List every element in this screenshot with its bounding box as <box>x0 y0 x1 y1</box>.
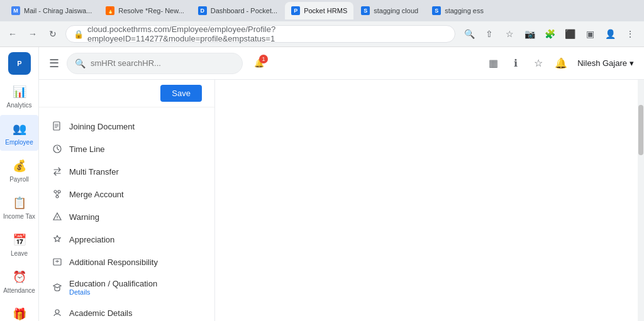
sidebar-item-payroll[interactable]: 💰 Payroll <box>0 152 38 188</box>
joining-document-icon <box>52 121 63 132</box>
tab-dashboard[interactable]: D Dashboard - Pocket... <box>192 2 284 19</box>
menu-item-education-qualification[interactable]: Education / Qualification Details <box>39 273 214 302</box>
benefit-icon: 🎁 <box>11 305 28 321</box>
save-bar: Save <box>39 80 214 107</box>
appreciation-icon <box>52 234 63 245</box>
tab-resolve[interactable]: 🔥 Resolve *Reg- New... <box>99 2 191 19</box>
search-icon: 🔍 <box>75 58 86 68</box>
leave-icon: 📅 <box>11 231 28 249</box>
header-icons: ▦ ℹ ☆ 🔔 <box>484 55 570 72</box>
svg-point-7 <box>54 190 57 193</box>
extensions-icon[interactable]: 🧩 <box>541 25 558 43</box>
page-wrapper: ☰ 🔍 🔔 1 ▦ ℹ ☆ 🔔 Nilesh Gajare ▾ <box>39 47 644 321</box>
sidebar-item-employee[interactable]: 👥 Employee <box>0 115 38 151</box>
multi-transfer-text: Multi Transfer <box>69 167 202 177</box>
user-name-text: Nilesh Gajare <box>577 58 627 68</box>
sidebar-item-analytics[interactable]: 📊 Analytics <box>0 78 38 114</box>
time-line-text: Time Line <box>69 144 202 154</box>
scrollbar[interactable] <box>638 80 644 321</box>
share-icon[interactable]: ⇧ <box>480 25 498 43</box>
address-text: cloud.pockethrms.com/Employee/employee/P… <box>87 24 447 43</box>
tab-label-stagging-cloud: stagging cloud <box>374 7 418 14</box>
svg-point-8 <box>58 190 60 193</box>
grid-icon[interactable]: ▦ <box>484 55 502 72</box>
multi-transfer-icon <box>52 166 63 177</box>
sidebar-item-leave[interactable]: 📅 Leave <box>0 226 38 262</box>
right-panel <box>215 80 638 321</box>
education-subtext: Details <box>69 288 202 296</box>
academic-details-text: Academic Details <box>69 308 202 318</box>
cast-icon[interactable]: ⬛ <box>561 25 579 43</box>
menu-item-warning[interactable]: Warning <box>39 205 214 228</box>
svg-point-17 <box>55 310 59 313</box>
browser-toolbar: ← → ↻ 🔒 cloud.pockethrms.com/Employee/em… <box>0 21 644 46</box>
additional-responsibility-text: Additional Responsibility <box>69 258 202 267</box>
save-button[interactable]: Save <box>160 85 202 102</box>
reload-button[interactable]: ↻ <box>45 26 60 41</box>
sidebar-panel-icon[interactable]: ▣ <box>581 25 599 43</box>
star-icon[interactable]: ☆ <box>530 55 547 72</box>
app-header: ☰ 🔍 🔔 1 ▦ ℹ ☆ 🔔 Nilesh Gajare ▾ <box>39 47 644 80</box>
svg-line-11 <box>57 193 59 195</box>
attendance-icon: ⏰ <box>11 268 28 286</box>
search-input[interactable] <box>91 58 235 68</box>
joining-document-text: Joining Document <box>69 122 202 131</box>
alerts-icon[interactable]: 🔔 <box>552 55 570 72</box>
appreciation-text: Appreciation <box>69 235 202 244</box>
notification-button[interactable]: 🔔 1 <box>250 55 268 72</box>
tab-pocket[interactable]: P Pocket HRMS <box>285 2 353 19</box>
hamburger-button[interactable]: ☰ <box>49 57 59 70</box>
tab-label-dashboard: Dashboard - Pocket... <box>211 7 277 14</box>
profile-icon[interactable]: 👤 <box>601 25 619 43</box>
info-icon[interactable]: ℹ <box>507 55 525 72</box>
tab-icon-resolve: 🔥 <box>106 6 114 15</box>
svg-point-13 <box>57 219 58 219</box>
education-qualification-icon <box>52 282 63 293</box>
tab-stagging-ess[interactable]: S stagging ess <box>426 2 490 19</box>
browser-chrome: M Mail - Chirag Jaiswa... 🔥 Resolve *Reg… <box>0 0 644 47</box>
time-line-icon <box>52 143 63 155</box>
tab-icon-stagging-cloud: S <box>361 6 370 15</box>
forward-button[interactable]: → <box>25 26 40 41</box>
left-nav: P 📊 Analytics 👥 Employee 💰 Payroll 📋 Inc… <box>0 47 39 321</box>
tab-icon-dashboard: D <box>198 6 207 15</box>
payroll-icon: 💰 <box>11 157 28 175</box>
merge-account-icon <box>52 188 63 200</box>
camera-icon[interactable]: 📷 <box>521 25 538 43</box>
menu-item-additional-responsibility[interactable]: Additional Responsibility <box>39 251 214 273</box>
menu-item-multi-transfer[interactable]: Multi Transfer <box>39 160 214 183</box>
chevron-down-icon: ▾ <box>630 58 634 68</box>
tab-stagging-cloud[interactable]: S stagging cloud <box>355 2 425 19</box>
browser-action-icons: 🔍 ⇧ ☆ 📷 🧩 ⬛ ▣ 👤 ⋮ <box>460 25 639 43</box>
scroll-thumb[interactable] <box>638 105 643 155</box>
income-tax-icon: 📋 <box>11 194 28 212</box>
menu-icon[interactable]: ⋮ <box>621 25 639 43</box>
sidebar-item-income-tax[interactable]: 📋 Income Tax <box>0 189 38 225</box>
bookmark-icon[interactable]: ☆ <box>501 25 518 43</box>
search-bar[interactable]: 🔍 <box>67 53 243 74</box>
app-logo: P <box>8 52 31 75</box>
employee-label: Employee <box>5 139 33 146</box>
user-name[interactable]: Nilesh Gajare ▾ <box>577 58 634 68</box>
svg-line-10 <box>55 193 57 195</box>
menu-item-academic-details[interactable]: Academic Details <box>39 302 214 321</box>
menu-item-merge-account[interactable]: Merge Account <box>39 183 214 205</box>
sidebar-item-benefit[interactable]: 🎁 Benefit <box>0 300 38 321</box>
tab-label-stagging-ess: stagging ess <box>445 7 484 14</box>
education-qualification-text: Education / Qualification Details <box>69 279 202 296</box>
sidebar-item-attendance[interactable]: ⏰ Attendance <box>0 263 38 299</box>
academic-details-icon <box>52 307 63 318</box>
analytics-icon: 📊 <box>11 83 28 101</box>
menu-item-time-line[interactable]: Time Line <box>39 138 214 160</box>
menu-item-joining-document[interactable]: Joining Document <box>39 115 214 138</box>
browser-search-icon[interactable]: 🔍 <box>460 25 478 43</box>
payroll-label: Payroll <box>9 176 29 183</box>
address-bar[interactable]: 🔒 cloud.pockethrms.com/Employee/employee… <box>65 25 455 43</box>
employee-icon: 👥 <box>11 120 28 138</box>
merge-account-text: Merge Account <box>69 190 202 199</box>
tab-mail[interactable]: M Mail - Chirag Jaiswa... <box>5 2 98 19</box>
notification-count: 1 <box>259 55 268 63</box>
menu-item-appreciation[interactable]: Appreciation <box>39 228 214 251</box>
back-button[interactable]: ← <box>5 26 20 41</box>
tab-label-mail: Mail - Chirag Jaiswa... <box>24 7 92 14</box>
